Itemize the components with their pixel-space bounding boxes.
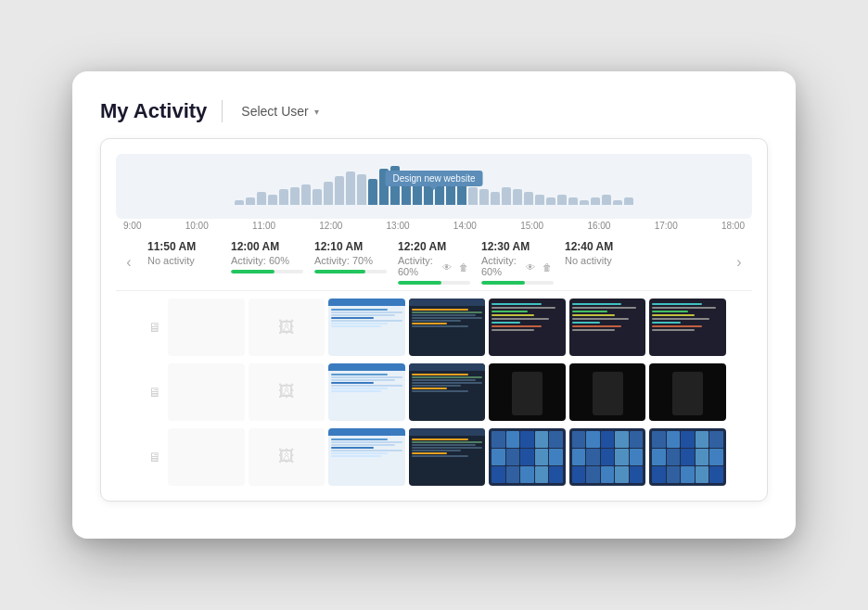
time-col-5: 12:40 AMNo activity xyxy=(559,240,643,285)
screenshot-cell[interactable] xyxy=(649,363,726,421)
chart-tooltip: Design new website xyxy=(386,171,483,186)
screenshot-cell[interactable] xyxy=(569,428,646,486)
monitor-icon: 🖥 xyxy=(142,450,168,464)
screenshot-cell[interactable] xyxy=(569,299,646,356)
screenshot-cell[interactable] xyxy=(489,363,566,421)
time-label: 11:50 AM xyxy=(147,240,220,253)
activity-label: Activity: 70% xyxy=(314,255,373,266)
activity-bar-container xyxy=(231,270,303,273)
screenshot-cell[interactable]: 🖼 xyxy=(249,428,326,486)
timeline-label: 17:00 xyxy=(655,221,678,231)
screenshot-cells-row-0: 🖼 xyxy=(168,299,726,356)
timeline-label: 10:00 xyxy=(185,221,209,231)
monitor-symbol: 🖥 xyxy=(148,320,161,335)
screenshot-cell[interactable]: 🖼 xyxy=(249,363,326,421)
screenshot-grid-wrapper: 🖥🖼 xyxy=(116,299,752,486)
trash-icon[interactable]: 🗑 xyxy=(541,261,554,273)
time-label: 12:10 AM xyxy=(314,240,387,253)
screenshot-cell[interactable] xyxy=(328,428,405,486)
time-label: 12:40 AM xyxy=(565,240,637,253)
activity-bar-fill xyxy=(231,270,274,273)
timeline-label: 9:00 xyxy=(123,221,141,231)
col-action-icons: 👁🗑 xyxy=(440,261,470,273)
screenshot-row: 🖥🖼 xyxy=(142,428,726,486)
screenshot-rows: 🖥🖼 xyxy=(142,299,726,486)
screenshot-cell[interactable] xyxy=(649,428,726,486)
device-frame: My Activity Select User ▾ Design new web… xyxy=(72,71,796,539)
activity-chart: Design new website xyxy=(116,154,752,219)
activity-label: No activity xyxy=(565,255,612,266)
timeline-labels: 9:0010:0011:0012:0013:0014:0015:0016:001… xyxy=(116,219,752,231)
time-col-2: 12:10 AMActivity: 70% xyxy=(309,240,392,285)
monitor-icon: 🖥 xyxy=(142,385,168,400)
eye-icon[interactable]: 👁 xyxy=(524,261,537,273)
chevron-down-icon: ▾ xyxy=(314,107,319,117)
screenshot-cell[interactable] xyxy=(328,363,405,421)
select-user-button[interactable]: Select User ▾ xyxy=(237,102,322,121)
timeline-label: 16:00 xyxy=(587,221,610,231)
screenshot-row: 🖥🖼 xyxy=(142,363,726,421)
prev-button[interactable]: ‹ xyxy=(116,240,142,285)
screenshot-cell[interactable] xyxy=(569,363,646,421)
screenshot-cell[interactable] xyxy=(409,428,486,486)
eye-icon[interactable]: 👁 xyxy=(440,261,453,273)
trash-icon[interactable]: 🗑 xyxy=(457,261,470,273)
timeline-label: 15:00 xyxy=(520,221,543,231)
timeline-label: 12:00 xyxy=(319,221,342,231)
time-label: 12:00 AM xyxy=(231,240,303,253)
screenshot-cells-row-1: 🖼 xyxy=(168,363,726,421)
activity-bar-container xyxy=(481,281,554,285)
image-placeholder-icon: 🖼 xyxy=(278,447,295,466)
activity-bar-fill xyxy=(481,281,525,285)
timeline-label: 18:00 xyxy=(721,221,745,231)
activity-bar-fill xyxy=(314,270,365,273)
time-col-0: 11:50 AMNo activity xyxy=(142,240,225,285)
time-label: 12:30 AM xyxy=(481,240,554,253)
activity-label: Activity: 60% xyxy=(398,255,440,277)
time-columns-header: ‹ 11:50 AMNo activity12:00 AMActivity: 6… xyxy=(116,231,752,291)
next-button[interactable]: › xyxy=(726,240,752,285)
monitor-symbol: 🖥 xyxy=(148,385,161,400)
monitor-symbol: 🖥 xyxy=(148,450,161,464)
select-user-label: Select User xyxy=(241,104,308,119)
timeline-label: 14:00 xyxy=(453,221,477,231)
screenshot-cell[interactable] xyxy=(409,363,486,421)
screenshot-cell[interactable] xyxy=(649,299,726,356)
screenshot-cells-row-2: 🖼 xyxy=(168,428,726,486)
activity-label: Activity: 60% xyxy=(481,255,524,277)
header-divider xyxy=(222,100,223,122)
screenshot-row: 🖥🖼 xyxy=(142,299,726,356)
time-col-3: 12:20 AMActivity: 60%👁🗑 xyxy=(392,240,476,285)
screenshot-cell[interactable] xyxy=(328,299,405,356)
screenshot-cell[interactable] xyxy=(489,428,566,486)
monitor-icon: 🖥 xyxy=(142,320,168,335)
time-label: 12:20 AM xyxy=(398,240,470,253)
screenshot-cell[interactable] xyxy=(409,299,486,356)
image-placeholder-icon: 🖼 xyxy=(278,318,295,337)
image-placeholder-icon: 🖼 xyxy=(278,382,295,401)
activity-label: Activity: 60% xyxy=(231,255,289,266)
col-action-icons: 👁🗑 xyxy=(524,261,554,273)
screenshot-cell[interactable] xyxy=(168,299,245,356)
time-grid: 11:50 AMNo activity12:00 AMActivity: 60%… xyxy=(142,240,726,285)
page-header: My Activity Select User ▾ xyxy=(100,99,768,123)
activity-bar-container xyxy=(398,281,470,285)
timeline-label: 11:00 xyxy=(252,221,275,231)
activity-bar-container xyxy=(314,270,387,273)
screenshot-cell[interactable] xyxy=(489,299,566,356)
time-col-1: 12:00 AMActivity: 60% xyxy=(225,240,309,285)
screenshot-cell[interactable] xyxy=(168,428,245,486)
screenshot-cell[interactable] xyxy=(168,363,245,421)
time-col-4: 12:30 AMActivity: 60%👁🗑 xyxy=(476,240,559,285)
activity-bar-fill xyxy=(398,281,441,285)
screenshot-cell[interactable]: 🖼 xyxy=(249,299,326,356)
main-card: Design new website 9:0010:0011:0012:0013… xyxy=(100,138,768,502)
timeline-label: 13:00 xyxy=(387,221,410,231)
activity-label: No activity xyxy=(147,255,195,266)
page-title: My Activity xyxy=(100,99,207,123)
